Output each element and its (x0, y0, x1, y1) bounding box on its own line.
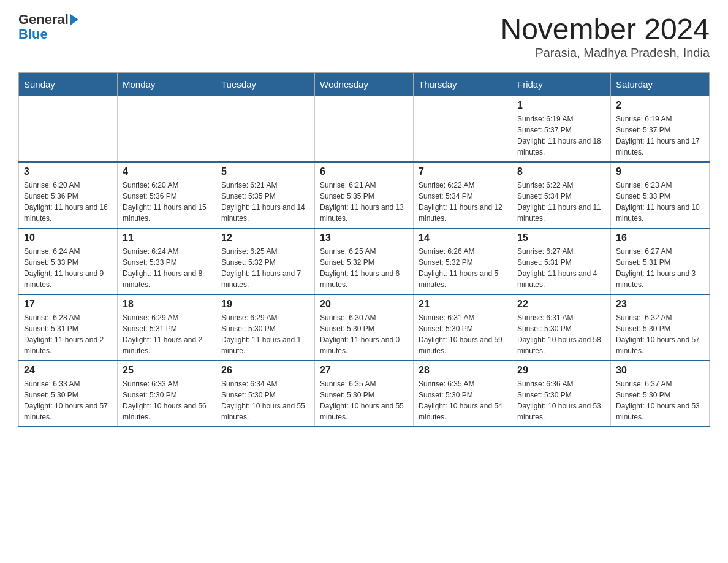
calendar-cell: 8Sunrise: 6:22 AMSunset: 5:34 PMDaylight… (512, 162, 611, 228)
day-number: 20 (320, 299, 408, 310)
day-info: Sunrise: 6:32 AMSunset: 5:30 PMDaylight:… (616, 312, 704, 356)
calendar-week-row: 3Sunrise: 6:20 AMSunset: 5:36 PMDaylight… (19, 162, 710, 228)
calendar-cell (315, 96, 414, 163)
logo-arrow-icon (70, 14, 78, 25)
day-number: 27 (320, 365, 408, 376)
calendar-subtitle: Parasia, Madhya Pradesh, India (500, 46, 710, 60)
day-number: 10 (24, 232, 112, 243)
page-header: General Blue November 2024 Parasia, Madh… (18, 12, 710, 60)
day-number: 24 (24, 365, 112, 376)
col-wednesday: Wednesday (315, 73, 414, 96)
calendar-cell: 10Sunrise: 6:24 AMSunset: 5:33 PMDayligh… (19, 228, 118, 294)
calendar-cell: 19Sunrise: 6:29 AMSunset: 5:30 PMDayligh… (216, 294, 315, 361)
day-info: Sunrise: 6:36 AMSunset: 5:30 PMDaylight:… (517, 378, 605, 423)
day-number: 23 (616, 299, 704, 310)
day-info: Sunrise: 6:35 AMSunset: 5:30 PMDaylight:… (320, 378, 408, 423)
day-number: 30 (616, 365, 704, 376)
logo: General Blue (18, 12, 78, 42)
day-number: 11 (123, 232, 211, 243)
calendar-cell: 27Sunrise: 6:35 AMSunset: 5:30 PMDayligh… (315, 361, 414, 427)
calendar-cell: 24Sunrise: 6:33 AMSunset: 5:30 PMDayligh… (19, 361, 118, 427)
col-friday: Friday (512, 73, 611, 96)
day-info: Sunrise: 6:22 AMSunset: 5:34 PMDaylight:… (517, 180, 605, 224)
day-number: 19 (221, 299, 309, 310)
calendar-cell: 23Sunrise: 6:32 AMSunset: 5:30 PMDayligh… (611, 294, 710, 361)
calendar-cell: 30Sunrise: 6:37 AMSunset: 5:30 PMDayligh… (611, 361, 710, 427)
calendar-week-row: 17Sunrise: 6:28 AMSunset: 5:31 PMDayligh… (19, 294, 710, 361)
day-number: 28 (419, 365, 507, 376)
calendar-cell: 25Sunrise: 6:33 AMSunset: 5:30 PMDayligh… (118, 361, 216, 427)
day-info: Sunrise: 6:37 AMSunset: 5:30 PMDaylight:… (616, 378, 704, 423)
calendar-cell: 6Sunrise: 6:21 AMSunset: 5:35 PMDaylight… (315, 162, 414, 228)
calendar-cell: 1Sunrise: 6:19 AMSunset: 5:37 PMDaylight… (512, 96, 611, 163)
day-number: 13 (320, 232, 408, 243)
day-number: 17 (24, 299, 112, 310)
logo-general-text: General (18, 12, 69, 27)
day-info: Sunrise: 6:25 AMSunset: 5:32 PMDaylight:… (320, 246, 408, 290)
day-number: 2 (616, 100, 704, 111)
day-info: Sunrise: 6:19 AMSunset: 5:37 PMDaylight:… (616, 113, 704, 158)
calendar-cell: 9Sunrise: 6:23 AMSunset: 5:33 PMDaylight… (611, 162, 710, 228)
day-info: Sunrise: 6:31 AMSunset: 5:30 PMDaylight:… (517, 312, 605, 356)
day-info: Sunrise: 6:28 AMSunset: 5:31 PMDaylight:… (24, 312, 112, 356)
day-info: Sunrise: 6:27 AMSunset: 5:31 PMDaylight:… (616, 246, 704, 290)
calendar-cell (19, 96, 118, 163)
day-info: Sunrise: 6:22 AMSunset: 5:34 PMDaylight:… (419, 180, 507, 224)
day-number: 26 (221, 365, 309, 376)
col-monday: Monday (118, 73, 216, 96)
day-info: Sunrise: 6:26 AMSunset: 5:32 PMDaylight:… (419, 246, 507, 290)
day-number: 12 (221, 232, 309, 243)
col-sunday: Sunday (19, 73, 118, 96)
calendar-cell: 5Sunrise: 6:21 AMSunset: 5:35 PMDaylight… (216, 162, 315, 228)
calendar-cell: 4Sunrise: 6:20 AMSunset: 5:36 PMDaylight… (118, 162, 216, 228)
day-info: Sunrise: 6:23 AMSunset: 5:33 PMDaylight:… (616, 180, 704, 224)
logo-blue-text: Blue (18, 27, 78, 42)
calendar-cell: 3Sunrise: 6:20 AMSunset: 5:36 PMDaylight… (19, 162, 118, 228)
day-info: Sunrise: 6:35 AMSunset: 5:30 PMDaylight:… (419, 378, 507, 423)
calendar-cell: 26Sunrise: 6:34 AMSunset: 5:30 PMDayligh… (216, 361, 315, 427)
calendar-cell: 22Sunrise: 6:31 AMSunset: 5:30 PMDayligh… (512, 294, 611, 361)
day-info: Sunrise: 6:33 AMSunset: 5:30 PMDaylight:… (24, 378, 112, 423)
col-saturday: Saturday (611, 73, 710, 96)
day-info: Sunrise: 6:30 AMSunset: 5:30 PMDaylight:… (320, 312, 408, 356)
day-info: Sunrise: 6:29 AMSunset: 5:31 PMDaylight:… (123, 312, 211, 356)
day-number: 14 (419, 232, 507, 243)
day-number: 18 (123, 299, 211, 310)
calendar-table: Sunday Monday Tuesday Wednesday Thursday… (18, 72, 710, 427)
day-number: 1 (517, 100, 605, 111)
col-thursday: Thursday (414, 73, 512, 96)
day-info: Sunrise: 6:24 AMSunset: 5:33 PMDaylight:… (123, 246, 211, 290)
day-info: Sunrise: 6:19 AMSunset: 5:37 PMDaylight:… (517, 113, 605, 158)
calendar-cell: 15Sunrise: 6:27 AMSunset: 5:31 PMDayligh… (512, 228, 611, 294)
calendar-cell: 7Sunrise: 6:22 AMSunset: 5:34 PMDaylight… (414, 162, 512, 228)
calendar-cell: 14Sunrise: 6:26 AMSunset: 5:32 PMDayligh… (414, 228, 512, 294)
day-info: Sunrise: 6:31 AMSunset: 5:30 PMDaylight:… (419, 312, 507, 356)
title-section: November 2024 Parasia, Madhya Pradesh, I… (500, 12, 710, 60)
calendar-title: November 2024 (500, 12, 710, 46)
calendar-week-row: 10Sunrise: 6:24 AMSunset: 5:33 PMDayligh… (19, 228, 710, 294)
day-number: 6 (320, 166, 408, 177)
day-info: Sunrise: 6:24 AMSunset: 5:33 PMDaylight:… (24, 246, 112, 290)
col-tuesday: Tuesday (216, 73, 315, 96)
calendar-cell: 16Sunrise: 6:27 AMSunset: 5:31 PMDayligh… (611, 228, 710, 294)
day-info: Sunrise: 6:20 AMSunset: 5:36 PMDaylight:… (24, 180, 112, 224)
day-number: 8 (517, 166, 605, 177)
calendar-header-row: Sunday Monday Tuesday Wednesday Thursday… (19, 73, 710, 96)
day-number: 3 (24, 166, 112, 177)
day-number: 9 (616, 166, 704, 177)
calendar-cell (118, 96, 216, 163)
calendar-week-row: 1Sunrise: 6:19 AMSunset: 5:37 PMDaylight… (19, 96, 710, 163)
day-info: Sunrise: 6:21 AMSunset: 5:35 PMDaylight:… (221, 180, 309, 224)
day-info: Sunrise: 6:25 AMSunset: 5:32 PMDaylight:… (221, 246, 309, 290)
day-info: Sunrise: 6:29 AMSunset: 5:30 PMDaylight:… (221, 312, 309, 356)
day-number: 25 (123, 365, 211, 376)
calendar-cell: 21Sunrise: 6:31 AMSunset: 5:30 PMDayligh… (414, 294, 512, 361)
day-info: Sunrise: 6:34 AMSunset: 5:30 PMDaylight:… (221, 378, 309, 423)
calendar-cell: 11Sunrise: 6:24 AMSunset: 5:33 PMDayligh… (118, 228, 216, 294)
calendar-cell (414, 96, 512, 163)
day-number: 22 (517, 299, 605, 310)
calendar-cell: 20Sunrise: 6:30 AMSunset: 5:30 PMDayligh… (315, 294, 414, 361)
calendar-cell: 28Sunrise: 6:35 AMSunset: 5:30 PMDayligh… (414, 361, 512, 427)
calendar-cell: 17Sunrise: 6:28 AMSunset: 5:31 PMDayligh… (19, 294, 118, 361)
calendar-cell: 13Sunrise: 6:25 AMSunset: 5:32 PMDayligh… (315, 228, 414, 294)
